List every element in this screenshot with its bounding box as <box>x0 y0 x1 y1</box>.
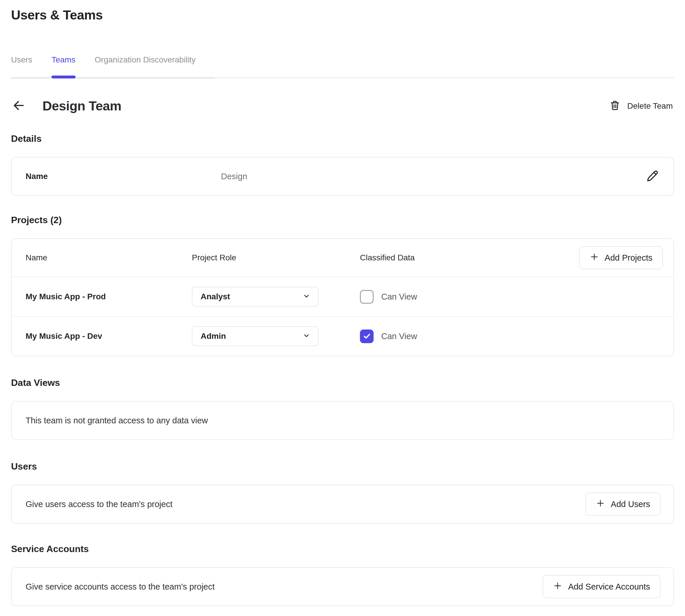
team-header: Design Team Delete Team <box>11 97 674 114</box>
back-arrow-icon <box>11 98 26 114</box>
add-service-accounts-button[interactable]: Add Service Accounts <box>542 575 661 598</box>
add-projects-button[interactable]: Add Projects <box>579 246 663 269</box>
users-card: Give users access to the team's project … <box>11 485 674 524</box>
data-views-card: This team is not granted access to any d… <box>11 401 674 440</box>
users-teams-page: Users & Teams Users Teams Organization D… <box>0 0 685 606</box>
tab-users[interactable]: Users <box>11 55 32 77</box>
column-header-name: Name <box>26 253 192 262</box>
column-header-project-role: Project Role <box>192 253 360 262</box>
edit-name-button[interactable] <box>644 168 661 184</box>
team-title: Design Team <box>42 98 121 114</box>
project-role-select[interactable]: Analyst <box>192 287 319 307</box>
details-heading: Details <box>11 133 674 144</box>
can-view-checkbox[interactable] <box>360 290 373 304</box>
plus-icon <box>553 581 562 592</box>
delete-team-label: Delete Team <box>627 102 673 111</box>
trash-icon <box>609 100 621 112</box>
project-name: My Music App - Prod <box>26 292 192 301</box>
users-description: Give users access to the team's project <box>26 500 172 509</box>
details-card: Name Design <box>11 157 674 196</box>
data-views-heading: Data Views <box>11 377 674 388</box>
project-row-my-music-app-prod: My Music App - Prod Analyst <box>12 277 673 316</box>
service-accounts-heading: Service Accounts <box>11 543 674 554</box>
tab-organization-discoverability[interactable]: Organization Discoverability <box>95 55 196 77</box>
plus-icon <box>590 252 599 264</box>
service-accounts-card: Give service accounts access to the team… <box>11 567 674 606</box>
chevron-down-icon <box>302 332 311 341</box>
project-name: My Music App - Dev <box>26 332 192 341</box>
delete-team-button[interactable]: Delete Team <box>608 97 674 115</box>
projects-heading: Projects (2) <box>11 215 674 225</box>
tab-teams[interactable]: Teams <box>51 55 75 77</box>
can-view-label: Can View <box>381 332 417 341</box>
pencil-icon <box>646 169 659 184</box>
back-button[interactable] <box>11 98 26 114</box>
tab-divider <box>11 77 674 79</box>
add-users-button[interactable]: Add Users <box>585 492 661 516</box>
project-row-my-music-app-dev: My Music App - Dev Admin Ca <box>12 316 673 356</box>
plus-icon <box>596 499 605 510</box>
page-title: Users & Teams <box>11 7 674 23</box>
can-view-label: Can View <box>381 292 417 302</box>
tab-bar: Users Teams Organization Discoverability <box>11 55 674 77</box>
service-accounts-description: Give service accounts access to the team… <box>26 582 215 592</box>
chevron-down-icon <box>302 292 311 301</box>
column-header-classified-data: Classified Data <box>360 253 579 262</box>
users-heading: Users <box>11 461 674 472</box>
project-role-select[interactable]: Admin <box>192 326 319 346</box>
data-views-empty-text: This team is not granted access to any d… <box>26 416 208 425</box>
team-name-value: Design <box>221 172 644 181</box>
projects-card: Name Project Role Classified Data Add Pr… <box>11 238 674 356</box>
can-view-checkbox[interactable] <box>360 330 373 343</box>
name-label: Name <box>26 172 221 181</box>
projects-table-header: Name Project Role Classified Data Add Pr… <box>12 239 673 277</box>
